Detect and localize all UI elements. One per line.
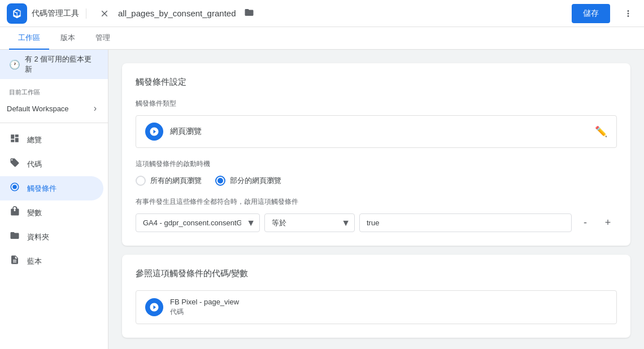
triggers-icon — [9, 182, 20, 195]
sidebar-item-tags[interactable]: 代碼 — [0, 152, 103, 176]
more-options-button[interactable] — [619, 5, 637, 23]
nav-tabs: 工作區 版本 管理 — [0, 27, 644, 50]
save-button[interactable]: 儲存 — [572, 4, 610, 23]
update-icon: 🕐 — [9, 59, 20, 70]
trigger-type-box[interactable]: 網頁瀏覽 ✏️ — [136, 115, 617, 148]
sidebar-item-overview[interactable]: 總覽 — [0, 128, 103, 152]
trigger-type-label: 觸發條件類型 — [136, 99, 617, 108]
tab-versions[interactable]: 版本 — [51, 27, 84, 50]
filter-remove-button[interactable]: - — [576, 214, 594, 232]
variables-icon — [9, 206, 20, 219]
templates-icon — [9, 255, 20, 268]
tags-icon — [9, 158, 20, 171]
sidebar-item-label-templates: 藍本 — [27, 256, 42, 267]
radio-option-some[interactable]: 部分的網頁瀏覽 — [215, 176, 281, 186]
sidebar-divider — [0, 123, 108, 123]
update-banner: 🕐 有 2 個可用的藍本更新 — [0, 50, 108, 79]
filter-variable-select[interactable]: GA4 - gdpr_consent.consentGr — [136, 213, 260, 232]
filename: all_pages_by_consent_granted — [118, 8, 236, 18]
ref-item-icon — [145, 298, 163, 316]
svg-point-0 — [12, 185, 17, 189]
sidebar-item-folders[interactable]: 資料夾 — [0, 225, 103, 249]
filter-operator-select[interactable]: 等於不等於包含不包含相符合的RegEx不相符合的RegEx — [264, 213, 355, 232]
sidebar-item-label-variables: 變數 — [27, 208, 42, 218]
edit-icon[interactable]: ✏️ — [595, 125, 607, 138]
sidebar-item-label-folders: 資料夾 — [27, 232, 49, 242]
tab-workspace[interactable]: 工作區 — [9, 27, 49, 50]
workspace-arrow-icon: › — [94, 103, 97, 114]
filter-row: GA4 - gdpr_consent.consentGr ▼ 等於不等於包含不包… — [136, 213, 617, 232]
folder-icon[interactable] — [244, 7, 254, 19]
ref-item-type: 代碼 — [170, 307, 239, 317]
fire-when-label: 這項觸發條件的啟動時機 — [136, 159, 617, 169]
folders-icon — [9, 230, 20, 243]
filter-value-input[interactable] — [359, 213, 572, 232]
sidebar-item-label-overview: 總覽 — [27, 135, 42, 145]
filter-add-button[interactable]: + — [599, 214, 617, 232]
radio-circle-some — [215, 176, 225, 186]
sidebar-item-variables[interactable]: 變數 — [0, 200, 103, 225]
sidebar-item-templates[interactable]: 藍本 — [0, 249, 103, 273]
tab-admin[interactable]: 管理 — [86, 27, 119, 50]
main-layout: 🕐 有 2 個可用的藍本更新 目前工作區 Default Workspace ›… — [0, 50, 644, 349]
workspace-name: Default Workspace — [7, 104, 89, 113]
radio-label-some: 部分的網頁瀏覽 — [230, 176, 281, 186]
close-button[interactable] — [95, 5, 114, 23]
trigger-settings-card: 觸發條件設定 觸發條件類型 網頁瀏覽 ✏️ 這項觸發條件的啟動時機 所有的網頁瀏… — [122, 63, 630, 246]
workspace-item[interactable]: Default Workspace › — [0, 99, 103, 118]
update-banner-text: 有 2 個可用的藍本更新 — [25, 54, 99, 75]
content-area: 觸發條件設定 觸發條件類型 網頁瀏覽 ✏️ 這項觸發條件的啟動時機 所有的網頁瀏… — [108, 50, 644, 349]
filter-label: 有事件發生且這些條件全都符合時，啟用這項觸發條件 — [136, 197, 617, 207]
sidebar-item-label-triggers: 觸發條件 — [27, 184, 56, 194]
radio-group: 所有的網頁瀏覽 部分的網頁瀏覽 — [136, 176, 617, 186]
sidebar-item-label-tags: 代碼 — [27, 159, 42, 169]
ref-item-info: FB Pixel - page_view 代碼 — [170, 298, 239, 317]
radio-circle-all — [136, 176, 146, 186]
filter-operator-wrapper: 等於不等於包含不包含相符合的RegEx不相符合的RegEx ▼ — [264, 213, 355, 232]
references-card: 參照這項觸發條件的代碼/變數 FB Pixel - page_view 代碼 — [122, 255, 630, 338]
ref-item-name: FB Pixel - page_view — [170, 298, 239, 306]
trigger-type-icon — [145, 123, 163, 141]
trigger-type-name: 網頁瀏覽 — [170, 126, 588, 137]
filter-variable-wrapper: GA4 - gdpr_consent.consentGr ▼ — [136, 213, 260, 232]
app-name: 代碼管理工具 — [32, 8, 86, 19]
radio-option-all[interactable]: 所有的網頁瀏覽 — [136, 176, 202, 186]
ref-item[interactable]: FB Pixel - page_view 代碼 — [136, 290, 617, 324]
trigger-card-title: 觸發條件設定 — [136, 77, 617, 88]
references-card-title: 參照這項觸發條件的代碼/變數 — [136, 268, 617, 279]
sidebar: 🕐 有 2 個可用的藍本更新 目前工作區 Default Workspace ›… — [0, 50, 108, 349]
app-logo — [7, 3, 27, 24]
workspace-section-label: 目前工作區 — [0, 79, 108, 99]
radio-label-all: 所有的網頁瀏覽 — [150, 176, 202, 186]
sidebar-item-triggers[interactable]: 觸發條件 — [0, 176, 103, 200]
top-header: 代碼管理工具 all_pages_by_consent_granted 儲存 — [0, 0, 644, 27]
overview-icon — [9, 133, 20, 146]
